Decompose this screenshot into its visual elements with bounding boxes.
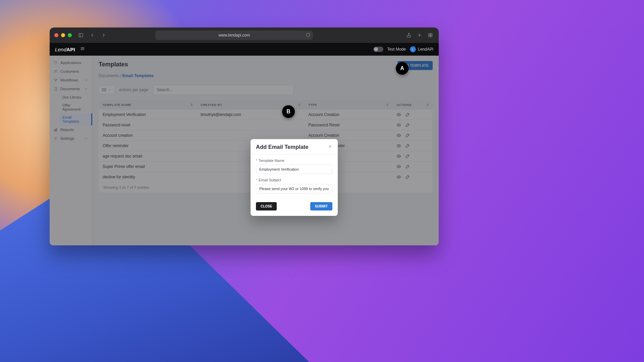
modal-footer: CLOSE SUBMIT <box>251 201 338 216</box>
sidebar-toggle-icon[interactable] <box>77 32 85 39</box>
email-subject-input[interactable] <box>256 184 332 193</box>
avatar: L <box>410 46 416 52</box>
svg-rect-7 <box>429 36 430 37</box>
svg-rect-6 <box>431 34 432 35</box>
forward-icon[interactable] <box>100 32 107 39</box>
back-icon[interactable] <box>89 32 96 39</box>
user-menu[interactable]: L LendAPI <box>410 46 433 52</box>
address-url: www.lendapi.com <box>219 33 250 38</box>
svg-rect-0 <box>79 34 83 37</box>
reload-icon[interactable] <box>306 33 310 38</box>
window-controls <box>54 33 72 37</box>
app-body: Applications Customers Workflows Documen… <box>50 56 439 245</box>
modal-header: Add Email Template <box>251 139 338 155</box>
maximize-window-icon[interactable] <box>68 33 72 37</box>
annotation-badge-b: B <box>282 105 295 118</box>
required-mark: * <box>256 159 257 163</box>
app-logo[interactable]: LendAPI <box>55 47 75 52</box>
close-window-icon[interactable] <box>54 33 58 37</box>
title-bar-right <box>405 32 434 39</box>
email-subject-field: *Email Subject <box>256 178 332 193</box>
tab-overview-icon[interactable] <box>427 32 434 39</box>
nav-collapse-icon[interactable] <box>80 46 85 53</box>
modal-backdrop[interactable] <box>50 56 439 245</box>
browser-title-bar: www.lendapi.com <box>50 27 439 43</box>
test-mode-label: Test Mode <box>387 47 406 52</box>
template-name-label: *Template Name <box>256 159 332 163</box>
modal-body: *Template Name *Email Subject <box>251 155 338 201</box>
new-tab-icon[interactable] <box>416 32 423 39</box>
close-icon[interactable] <box>328 144 332 150</box>
template-name-field: *Template Name <box>256 159 332 174</box>
email-subject-label: *Email Subject <box>256 178 332 182</box>
add-email-template-modal: Add Email Template *Template Name *Email… <box>251 139 338 216</box>
required-mark: * <box>256 178 257 182</box>
annotation-badge-a: A <box>396 62 409 75</box>
logo-right: API <box>66 47 75 52</box>
logo-left: Lend <box>55 47 66 52</box>
minimize-window-icon[interactable] <box>61 33 65 37</box>
modal-title: Add Email Template <box>256 144 308 150</box>
browser-window: www.lendapi.com LendAPI Test Mod <box>50 27 439 245</box>
close-button[interactable]: CLOSE <box>256 202 277 210</box>
submit-button[interactable]: SUBMIT <box>310 202 332 210</box>
svg-rect-5 <box>429 34 430 35</box>
share-icon[interactable] <box>405 32 413 39</box>
template-name-input[interactable] <box>256 165 332 174</box>
svg-rect-8 <box>431 36 432 37</box>
app-header: LendAPI Test Mode L LendAPI <box>50 43 439 56</box>
address-bar[interactable]: www.lendapi.com <box>155 31 313 40</box>
user-name: LendAPI <box>418 47 433 52</box>
test-mode-toggle[interactable] <box>373 47 383 52</box>
